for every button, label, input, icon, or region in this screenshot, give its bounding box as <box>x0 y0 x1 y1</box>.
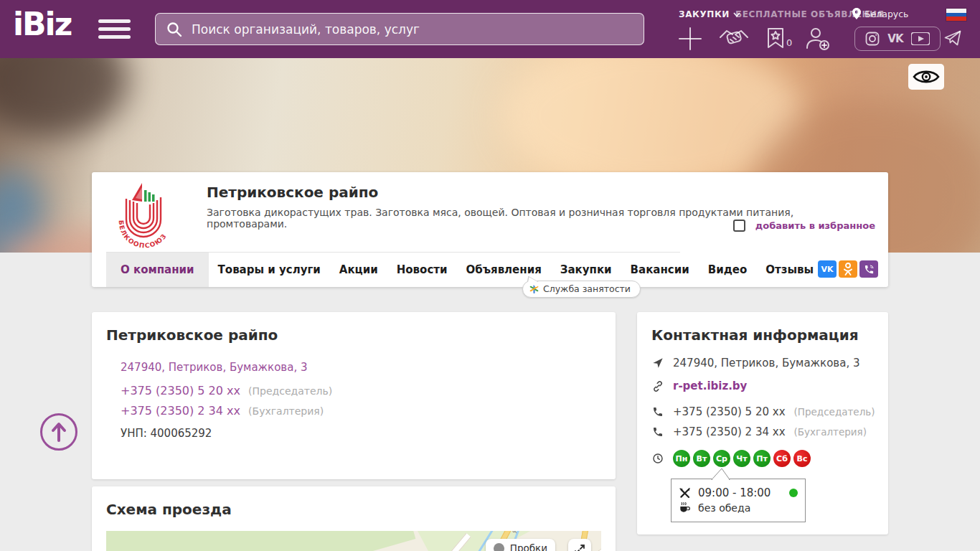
day-badge-tue[interactable]: Вт <box>693 450 710 467</box>
favorite-label: добавить в избранное <box>755 220 875 231</box>
tab-reviews[interactable]: Отзывы <box>756 253 823 287</box>
tab-video[interactable]: Видео <box>699 253 757 287</box>
contact-title: Контактная информация <box>651 326 859 344</box>
company-logo-belkoopsoyuz: БЕЛКООПСОЮЗ <box>108 178 179 248</box>
phone-icon <box>651 426 664 438</box>
phone-role: (Бухгалтерия) <box>248 405 324 417</box>
scroll-to-top-button[interactable] <box>40 413 77 451</box>
search-input[interactable] <box>192 22 633 37</box>
phone-role: (Председатель) <box>248 385 332 397</box>
visually-impaired-eye-button[interactable] <box>908 64 944 90</box>
navigation-arrow-icon <box>651 357 664 369</box>
link-icon <box>651 380 664 392</box>
lunch-info: без обеда <box>698 502 750 514</box>
company-social-buttons: VK <box>818 260 878 278</box>
youtube-icon[interactable] <box>911 32 930 45</box>
phone-role: (Председатель) <box>794 406 875 418</box>
nav-zakupki[interactable]: ЗАКУПКИ <box>679 9 740 19</box>
tab-news[interactable]: Новости <box>387 253 457 287</box>
partners-handshake-icon[interactable] <box>718 27 750 51</box>
company-tabs: О компании Товары и услуги Акции Новости… <box>106 253 878 287</box>
favorites-bookmark-icon[interactable] <box>766 27 785 49</box>
traffic-light-icon <box>494 543 504 551</box>
contact-phone-row: +375 (2350) 5 20 xx (Председатель) <box>651 405 875 418</box>
phone-row: +375 (2350) 2 34 xx (Бухгалтерия) <box>121 404 324 418</box>
company-website-link[interactable]: r-pet.ibiz.by <box>673 380 747 392</box>
hamburger-menu-icon[interactable] <box>98 19 131 43</box>
contact-address-row: 247940, Петриков, Бумажкова, 3 <box>651 357 859 369</box>
phone-link[interactable]: +375 (2350) 5 20 xx <box>121 384 240 397</box>
working-hours: 09:00 - 18:00 <box>698 486 771 499</box>
coffee-cup-icon <box>679 501 691 514</box>
arrow-up-icon <box>50 422 67 442</box>
phone-role: (Бухгалтерия) <box>794 426 867 438</box>
tab-products[interactable]: Товары и услуги <box>209 253 330 287</box>
day-badge-wed[interactable]: Ср <box>713 450 730 467</box>
contact-info-card: Контактная информация 247940, Петриков, … <box>637 312 888 534</box>
phone-icon <box>651 406 664 418</box>
tab-promos[interactable]: Акции <box>330 253 387 287</box>
company-header-card: БЕЛКООПСОЮЗ Петриковское райпо Заготовка… <box>92 172 888 287</box>
work-tools-icon <box>679 487 691 499</box>
map-fullscreen-button[interactable] <box>568 539 591 551</box>
day-badge-mon[interactable]: Пн <box>673 450 690 467</box>
phone-row: +375 (2350) 5 20 xx (Председатель) <box>121 384 332 397</box>
country-selector[interactable]: Беларусь <box>852 8 909 19</box>
day-badge-sat[interactable]: Сб <box>773 450 791 467</box>
map-canvas[interactable]: я ул. Пробки <box>106 531 601 551</box>
employment-service-icon <box>529 284 539 293</box>
company-name: Петриковское райпо <box>207 184 378 201</box>
employment-service-tooltip[interactable]: Служба занятости <box>522 281 641 298</box>
vk-icon[interactable]: VK <box>818 260 837 278</box>
company-address-link[interactable]: 247940, Петриков, Бумажкова, 3 <box>121 361 307 374</box>
add-company-button[interactable] <box>677 26 703 52</box>
map-card: Схема проезда я ул. Пробки <box>92 486 616 551</box>
search-bar[interactable] <box>155 13 644 45</box>
working-days-row: ПнВтСрЧтПтСбВс <box>651 450 814 467</box>
map-title: Схема проезда <box>106 501 232 518</box>
tab-about[interactable]: О компании <box>106 253 209 287</box>
map-park-area <box>106 531 415 551</box>
traffic-toggle-button[interactable]: Пробки <box>486 539 555 551</box>
open-now-indicator <box>789 489 798 497</box>
register-user-icon[interactable] <box>805 27 831 51</box>
expand-icon <box>574 544 585 551</box>
odnoklassniki-icon[interactable] <box>839 260 857 278</box>
vk-icon[interactable]: VK <box>887 32 903 45</box>
popover-pointer <box>706 468 730 480</box>
location-pin-icon <box>852 8 861 19</box>
day-badge-fri[interactable]: Пт <box>753 450 771 467</box>
day-badge-sun[interactable]: Вс <box>793 450 811 467</box>
ibiz-logo[interactable]: iBiz <box>13 6 71 42</box>
favorite-checkbox[interactable] <box>733 220 745 232</box>
company-unp: УНП: 400065292 <box>121 427 212 440</box>
header: iBiz ЗАКУПКИ БЕСПЛАТНЫЕ ОБЪЯВЛЕНИЯ Белар… <box>0 0 980 58</box>
about-title: Петриковское райпо <box>106 326 278 344</box>
viber-icon[interactable] <box>859 260 878 278</box>
phone-link[interactable]: +375 (2350) 2 34 xx <box>121 404 240 418</box>
phone-number[interactable]: +375 (2350) 5 20 xx <box>673 405 786 418</box>
instagram-icon[interactable] <box>865 32 880 46</box>
clock-icon <box>651 453 664 464</box>
search-icon <box>166 21 183 38</box>
working-hours-popover: 09:00 - 18:00 без обеда <box>671 479 806 522</box>
contact-address: 247940, Петриков, Бумажкова, 3 <box>673 357 859 369</box>
employment-service-label: Служба занятости <box>543 283 631 294</box>
telegram-icon[interactable] <box>944 30 961 46</box>
add-to-favorites[interactable]: добавить в избранное <box>733 220 875 232</box>
contact-website-row: r-pet.ibiz.by <box>651 380 747 392</box>
contact-phone-row: +375 (2350) 2 34 xx (Бухгалтерия) <box>651 425 867 438</box>
about-card: Петриковское райпо 247940, Петриков, Бум… <box>92 312 616 479</box>
header-social-links: VK <box>854 27 941 51</box>
working-days: ПнВтСрЧтПтСбВс <box>673 450 814 467</box>
language-flag-ru[interactable] <box>946 9 966 21</box>
eye-icon <box>913 68 940 85</box>
phone-number[interactable]: +375 (2350) 2 34 xx <box>673 425 786 438</box>
day-badge-thu[interactable]: Чт <box>733 450 750 467</box>
favorites-count: 0 <box>786 37 792 48</box>
